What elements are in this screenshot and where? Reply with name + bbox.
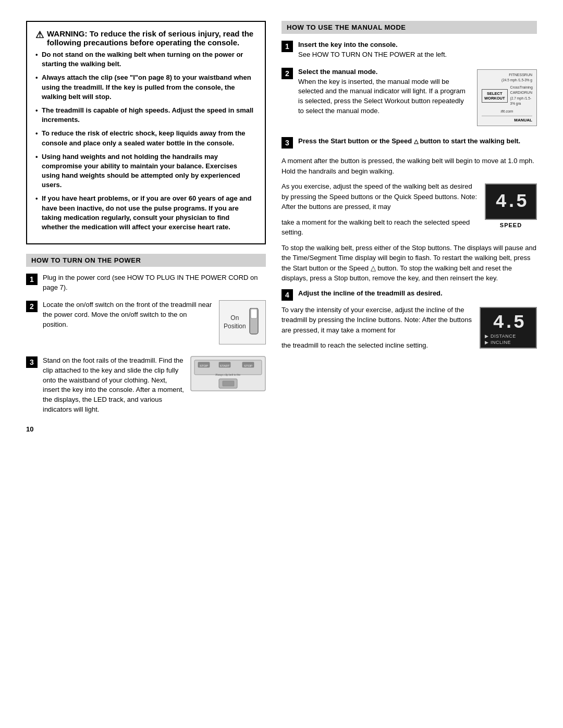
on-position-box: On Position [219,300,266,344]
manual-step1-text: See HOW TO TURN ON THE POWER at the left… [298,51,447,58]
stop-paragraph: To stop the walking belt, press either o… [282,243,537,283]
incline-indicators: ▶ DISTANCE ▶ INCLINE [485,334,532,345]
manual-step4-heading-container: Adjust the incline of the treadmill as d… [298,289,537,299]
incline-row: ▶ INCLINE [485,340,532,345]
page-container: ⚠ WARNING: To reduce the risk of serious… [0,0,563,728]
svg-text:STOP: STOP [244,364,252,367]
incline-lcd: 4.5 ▶ DISTANCE ▶ INCLINE [480,307,537,349]
step3-number: 3 [26,356,38,368]
incline-number: 4.5 [493,312,524,334]
step1-number: 1 [26,274,38,285]
distance-arrow-icon: ▶ [485,334,488,339]
warning-bullet-6: If you have heart problems, or if you ar… [35,194,256,232]
warning-bullet-4: To reduce the risk of electric shock, ke… [35,129,256,147]
console-select-row: SELECTWORKOUT CrossTraining CARDIORUN (2… [482,85,532,107]
page-number: 10 [26,425,266,433]
incline-arrow-icon: ▶ [485,340,488,345]
warning-bullet-2: Always attach the clip (see "I"on page 8… [35,73,256,102]
manual-step2: 2 Select the manual mode. FITNESSRUN (24… [282,67,537,129]
speed-display-container: 4.5 SPEED [485,183,537,228]
turn-on-step3: 3 STOP START STOP [26,356,266,415]
lcd-speed-display: 4.5 [485,183,537,220]
manual-mode-header: HOW TO USE THE MANUAL MODE [282,21,537,34]
manual-step3-number: 3 [282,137,293,149]
on-label: On [230,314,239,322]
svg-text:START: START [219,364,229,367]
manual-step2-number: 2 [282,68,293,79]
incline-label: INCLINE [491,340,511,345]
step3-para1: A moment after the button is pressed, th… [282,156,537,176]
manual-step4-header-row: 4 Adjust the incline of the treadmill as… [282,289,537,301]
svg-text:STOP: STOP [200,364,208,367]
warning-icon: ⚠ [35,29,44,41]
manual-step3: 3 Press the Start button or the Speed △ … [282,137,537,149]
step1-content: Plug in the power cord (see HOW TO PLUG … [43,273,266,293]
warning-bullet-1: Do not stand on the walking belt when tu… [35,50,256,69]
manual-step2-text: When the key is inserted, the manual mod… [298,78,466,115]
manual-step4-heading: Adjust the incline of the treadmill as d… [298,289,443,297]
svg-text:Always clip belt to the: Always clip belt to the [215,373,240,376]
ifit-label: ifit.com [482,109,532,115]
warning-bullets: Do not stand on the walking belt when tu… [35,50,256,232]
manual-step2-content: Select the manual mode. FITNESSRUN (24.5… [298,67,537,129]
incline-display-container: 4.5 ▶ DISTANCE ▶ INCLINE [480,307,537,349]
warning-title: ⚠ WARNING: To reduce the risk of serious… [35,29,256,47]
distance-label: DISTANCE [491,334,516,339]
right-column: HOW TO USE THE MANUAL MODE 1 Insert the … [282,21,537,707]
turn-on-step1: 1 Plug in the power cord (see HOW TO PLU… [26,273,266,293]
step2-number: 2 [26,301,38,312]
select-workout-box: SELECTWORKOUT [482,89,508,103]
turn-on-header: HOW TO TURN ON THE POWER [26,254,266,267]
warning-bullet-5: Using hand weights and not holding the h… [35,152,256,190]
workout-console-diagram: FITNESSRUN (24.5 mph /1.5-3% g SELECTWOR… [477,69,537,126]
manual-label: MANUAL [482,116,532,124]
manual-step1-content: Insert the key into the console. See HOW… [298,40,537,60]
step3-content: STOP START STOP Always clip belt to the … [43,356,266,415]
clip-svg: STOP START STOP Always clip belt to the [190,356,266,391]
switch-svg [247,308,261,337]
left-column: ⚠ WARNING: To reduce the risk of serious… [26,21,266,707]
step2-content: On Position Locate the on/off switch on … [43,300,266,349]
manual-step1: 1 Insert the key into the console. See H… [282,40,537,60]
manual-step3-content: Press the Start button or the Speed △ bu… [298,137,537,146]
step3-text: Stand on the foot rails of the treadmill… [43,356,184,413]
warning-title-text: WARNING: To reduce the risk of serious i… [47,29,256,47]
warning-box: ⚠ WARNING: To reduce the risk of serious… [26,21,266,244]
step4-body: 4.5 ▶ DISTANCE ▶ INCLINE To vary the int… [282,305,537,356]
warning-bullet-3: The treadmill is capable of high speeds.… [35,106,256,125]
manual-step1-heading: Insert the key into the console. [298,41,398,48]
step3-paras: A moment after the button is pressed, th… [282,156,537,243]
manual-step3-heading: Press the Start button or the Speed △ bu… [298,137,520,145]
speed-label: SPEED [485,222,537,228]
console-right-labels: CrossTraining CARDIORUN (2.7 mph /1.5-3%… [510,85,533,107]
manual-step2-heading: Select the manual mode. [298,68,377,76]
manual-step1-number: 1 [282,41,293,52]
svg-rect-12 [223,381,234,386]
step2-text: Locate the on/off switch on the front of… [43,301,212,328]
svg-rect-1 [251,309,257,318]
clip-diagram: STOP START STOP Always clip belt to the [190,356,266,394]
position-label: Position [224,323,246,330]
console-fitnessrun-label: FITNESSRUN (24.5 mph /1.5-3% g [482,72,532,83]
manual-step4-number: 4 [282,289,293,301]
turn-on-step2: 2 On Position [26,300,266,349]
on-position-diagram: On Position [219,300,266,344]
distance-row: ▶ DISTANCE [485,334,532,339]
speed-number: 4.5 [496,191,527,213]
